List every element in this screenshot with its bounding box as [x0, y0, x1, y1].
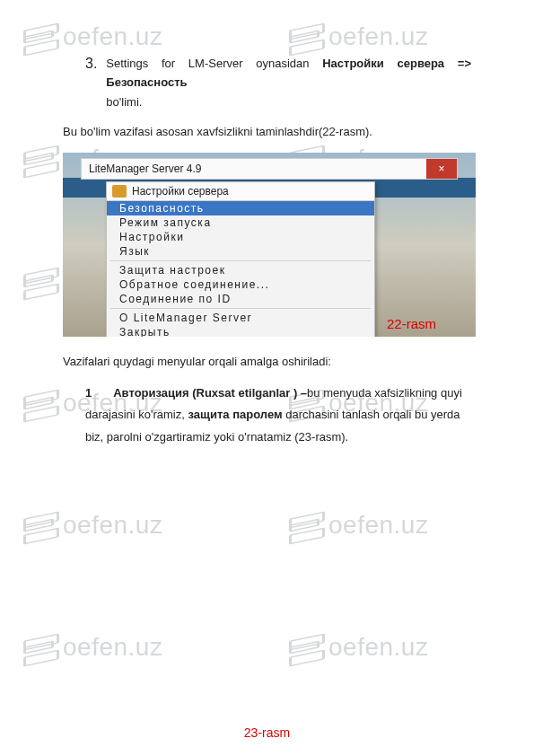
menu-separator — [110, 260, 371, 261]
menu-item[interactable]: Закрыть — [107, 325, 374, 337]
menu-item[interactable]: Настройки — [107, 230, 374, 244]
watermark-text: oefen.uz — [328, 511, 428, 540]
menu-separator — [110, 308, 371, 309]
app-titlebar: LiteManager Server 4.9 × — [81, 158, 458, 180]
menu-item[interactable]: Защита настроек — [107, 263, 374, 277]
bold-run: Авторизация (Ruxsat etilganlar ) – — [113, 386, 307, 400]
figure-22: LiteManager Server 4.9 × Настройки серве… — [63, 153, 476, 337]
text-run: biz, parolni o'zgartiramiz yoki o'rnatam… — [85, 430, 348, 444]
text-run: bu menyuda xafsizlikning quyi — [307, 386, 462, 400]
context-menu: Настройки сервера БезопасностьРежим запу… — [106, 181, 375, 337]
numbered-block-1: 1 Авторизация (Ruxsat etilganlar ) –bu m… — [85, 382, 471, 449]
text-line: biz, parolni o'zgartiramiz yoki o'rnatam… — [85, 426, 471, 449]
watermark-text: oefen.uz — [63, 633, 162, 662]
menu-header: Настройки сервера — [107, 182, 374, 201]
list-number: 3. — [85, 54, 97, 74]
settings-icon — [112, 185, 127, 198]
menu-header-text: Настройки сервера — [132, 185, 229, 198]
paragraph: Vazifalari quydagi menyular orqali amalg… — [63, 353, 471, 372]
text-run: darchasini tanlash orqali bu yerda — [283, 408, 460, 421]
text-run: bo'limi. — [106, 95, 142, 109]
page-content: 3. Settings for LM-Server oynasidan Наст… — [0, 0, 534, 485]
menu-item[interactable]: Соединение по ID — [107, 292, 374, 306]
item-3: 3. Settings for LM-Server oynasidan Наст… — [85, 54, 471, 111]
text-run: Settings for LM-Server oynasidan — [106, 57, 322, 70]
text-run: Авторизация (Ruxsat etilganlar ) –bu men… — [113, 382, 462, 405]
text-run: darajasini ko'ramiz, — [85, 408, 188, 421]
figure-caption-22: 22-rasm — [387, 316, 436, 331]
watermark-text: oefen.uz — [63, 511, 162, 540]
figure-caption-23: 23-rasm — [0, 725, 534, 740]
text-run: Bu bo'lim vazifasi asosan xavfsizlikni t… — [63, 125, 372, 138]
menu-item[interactable]: Режим запуска — [107, 215, 374, 230]
text-run: Vazifalari quydagi menyular orqali amalg… — [63, 355, 331, 368]
close-icon[interactable]: × — [426, 159, 457, 179]
bold-run: защита паролем — [188, 408, 282, 421]
list-number: 1 — [85, 382, 92, 405]
paragraph: Bu bo'lim vazifasi asosan xavfsizlikni t… — [63, 122, 471, 141]
menu-item[interactable]: Язык — [107, 244, 374, 259]
text-line: darajasini ko'ramiz, защита паролем darc… — [85, 404, 471, 426]
item-3-text: Settings for LM-Server oynasidan Настрой… — [106, 54, 471, 111]
menu-item[interactable]: О LiteManager Server — [107, 311, 374, 325]
menu-item[interactable]: Безопасность — [107, 201, 374, 215]
watermark-text: oefen.uz — [328, 633, 428, 662]
app-title-text: LiteManager Server 4.9 — [89, 163, 201, 175]
menu-item[interactable]: Обратное соединение... — [107, 277, 374, 292]
